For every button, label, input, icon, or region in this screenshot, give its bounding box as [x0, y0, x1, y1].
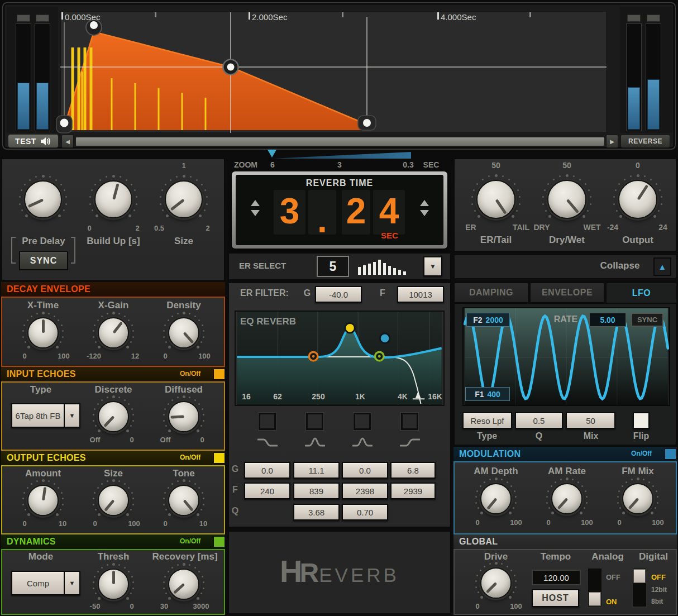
input-type-dropdown[interactable]: 6Tap 8th FB ▼ — [11, 403, 80, 428]
dynamics-onoff-indicator[interactable] — [213, 536, 225, 547]
eq-f2-value[interactable]: 839 — [293, 483, 340, 499]
collapse-button[interactable]: ▲ — [653, 257, 671, 276]
thresh-min: -50 — [85, 602, 105, 610]
envelope-graph[interactable] — [0, 0, 678, 151]
am-rate-knob[interactable] — [551, 483, 582, 514]
dropdown-arrow-icon[interactable]: ▼ — [64, 404, 79, 427]
reverse-button[interactable]: REVERSE — [620, 135, 670, 148]
pre-delay-knob[interactable] — [24, 180, 62, 218]
analog-off-label: OFF — [606, 573, 626, 581]
input-echoes-onoff-indicator[interactable] — [213, 369, 225, 380]
lfo-flip-checkbox[interactable] — [633, 412, 650, 429]
size-knob[interactable] — [165, 180, 203, 218]
scroll-right-button[interactable]: ▶ — [606, 135, 618, 148]
logo-rest: EVERB — [319, 564, 399, 586]
tone-min: 0 — [156, 519, 174, 528]
band4-swatch[interactable] — [401, 413, 418, 430]
lfo-mix-value[interactable]: 50 — [566, 412, 615, 429]
eq-f1-value[interactable]: 240 — [244, 483, 290, 499]
modulation-onoff-indicator[interactable] — [665, 448, 676, 460]
er-filter-g-value[interactable]: -40.0 — [315, 286, 362, 303]
er-select-value-box[interactable]: 5 — [317, 256, 349, 277]
tempo-display[interactable]: 120.00 — [532, 570, 581, 585]
discrete-knob[interactable] — [98, 401, 129, 432]
reverb-time-spinner-left[interactable] — [251, 200, 260, 216]
build-up-max: 2 — [130, 224, 145, 232]
eq-g1-value[interactable]: 0.0 — [244, 462, 290, 479]
size-max: 2 — [200, 224, 216, 232]
scroll-left-button[interactable]: ◀ — [61, 135, 74, 148]
lfo-f1-box[interactable]: F1 400 — [465, 387, 510, 401]
er-select-dropdown-button[interactable]: ▼ — [423, 256, 442, 276]
reverb-time-digit-3[interactable]: 4 — [373, 190, 405, 235]
er-tail-knob[interactable] — [476, 180, 515, 219]
output-knob[interactable] — [618, 180, 657, 219]
drive-knob[interactable] — [480, 567, 512, 599]
dry-wet-knob[interactable] — [547, 180, 586, 219]
decay-envelope-title: DECAY ENVELOPE — [7, 284, 90, 294]
reverb-time-digit-2[interactable]: 2 — [342, 190, 370, 235]
eq-g2-value[interactable]: 11.1 — [293, 462, 340, 479]
modulation-title: MODULATION — [459, 449, 521, 459]
output-echoes-onoff-indicator[interactable] — [213, 452, 225, 464]
diffused-max: 0 — [194, 436, 210, 444]
eq-g4-value[interactable]: 6.8 — [390, 462, 436, 479]
host-button[interactable]: HOST — [532, 589, 579, 607]
test-button[interactable]: TEST — [8, 134, 59, 148]
tone-max: 10 — [194, 519, 212, 528]
band3-swatch[interactable] — [354, 413, 371, 430]
density-knob[interactable] — [168, 317, 199, 348]
lfo-sync-button[interactable]: SYNC — [631, 313, 663, 327]
discrete-label: Discrete — [89, 384, 138, 395]
sync-button[interactable]: SYNC — [19, 251, 68, 270]
size-min: 0.5 — [151, 224, 168, 232]
recovery-knob[interactable] — [168, 569, 199, 600]
decrement-icon[interactable] — [420, 210, 429, 216]
build-up-knob[interactable] — [94, 180, 132, 218]
am-depth-knob[interactable] — [480, 483, 512, 514]
digital-switch-handle[interactable] — [633, 569, 646, 583]
thresh-knob[interactable] — [98, 569, 129, 600]
fm-mix-knob[interactable] — [622, 483, 653, 514]
eq-f4-value[interactable]: 2939 — [390, 483, 436, 499]
oe-size-knob[interactable] — [98, 485, 129, 516]
lfo-q-value[interactable]: 0.5 — [515, 412, 563, 429]
digital-switch[interactable] — [632, 567, 647, 608]
eq-freq-250: 250 — [309, 392, 328, 401]
decrement-icon[interactable] — [251, 210, 260, 216]
am-rate-max: 100 — [576, 518, 598, 527]
increment-icon[interactable] — [420, 200, 429, 206]
scrollbar-track[interactable] — [75, 137, 605, 146]
band2-swatch[interactable] — [306, 413, 323, 430]
lfo-type-dropdown[interactable]: Reso Lpf — [462, 412, 512, 429]
analog-switch-handle[interactable] — [589, 592, 601, 606]
eq-q2-value[interactable]: 3.68 — [293, 504, 340, 521]
tab-envelope[interactable]: ENVELOPE — [530, 283, 604, 303]
tab-lfo[interactable]: LFO — [606, 283, 677, 303]
collapse-label: Collapse — [592, 260, 648, 271]
lfo-f2-box[interactable]: F2 2000 — [466, 313, 510, 327]
reverb-time-spinner-right[interactable] — [420, 200, 429, 216]
tab-damping[interactable]: DAMPING — [454, 283, 528, 303]
eq-f3-value[interactable]: 2398 — [342, 483, 388, 499]
reverb-time-digit-1[interactable]: 3 — [274, 190, 305, 235]
lfo-rate-value[interactable]: 5.00 — [589, 313, 626, 327]
x-time-knob[interactable] — [27, 317, 59, 348]
analog-switch[interactable] — [587, 567, 603, 608]
increment-icon[interactable] — [251, 200, 260, 206]
x-gain-knob[interactable] — [98, 317, 129, 348]
zoom-track[interactable] — [273, 152, 411, 159]
amount-knob[interactable] — [27, 485, 59, 516]
zoom-marker[interactable] — [268, 150, 276, 157]
eq-g3-value[interactable]: 0.0 — [342, 462, 388, 479]
lfo-type-label: Type — [470, 431, 504, 441]
tone-knob[interactable] — [168, 485, 199, 516]
size-label: Size — [161, 236, 206, 247]
timeline-tick — [437, 12, 439, 20]
er-filter-f-value[interactable]: 10013 — [397, 286, 444, 303]
band1-swatch[interactable] — [259, 413, 276, 430]
dropdown-arrow-icon[interactable]: ▼ — [64, 572, 79, 594]
dynamics-mode-dropdown[interactable]: Comp ▼ — [11, 571, 80, 595]
eq-q3-value[interactable]: 0.70 — [342, 504, 388, 521]
diffused-knob[interactable] — [168, 401, 199, 432]
